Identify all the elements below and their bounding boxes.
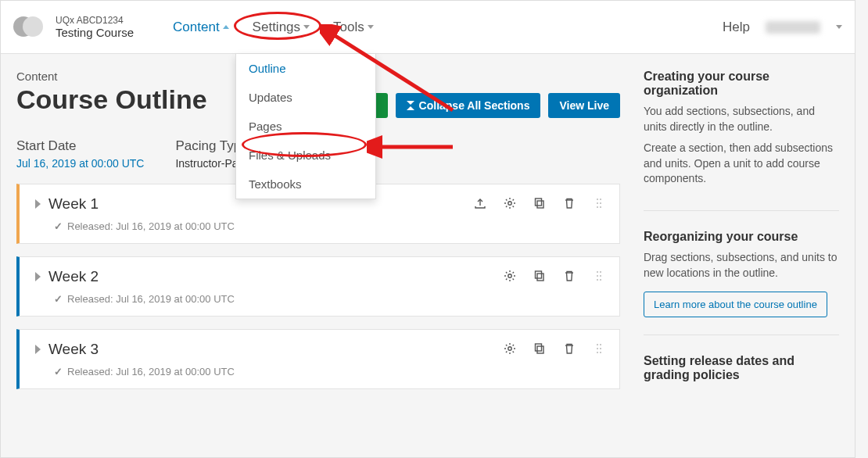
svg-point-20: [508, 346, 511, 349]
nav-tools-label: Tools: [333, 20, 364, 35]
drag-handle-icon[interactable]: [593, 197, 605, 212]
svg-rect-22: [536, 344, 542, 351]
released-row: Released: Jul 16, 2019 at 00:00 UTC: [54, 366, 605, 377]
copy-icon[interactable]: [533, 342, 546, 357]
collapse-label: Collapse All Sections: [419, 99, 530, 112]
dropdown-files-uploads[interactable]: Files & Uploads: [236, 141, 375, 170]
section-title[interactable]: Week 2: [48, 268, 496, 285]
chevron-down-icon: [368, 25, 374, 29]
expand-icon[interactable]: [35, 345, 41, 354]
app-viewport: UQx ABCD1234 Testing Course Content Sett…: [0, 0, 855, 458]
collapse-all-button[interactable]: Collapse All Sections: [396, 93, 541, 118]
side-block-creating: Creating your course organization You ad…: [644, 70, 839, 211]
released-text: Released: Jul 16, 2019 at 00:00 UTC: [67, 293, 235, 305]
svg-point-18: [597, 279, 598, 281]
trash-icon[interactable]: [563, 342, 576, 357]
svg-rect-12: [537, 274, 543, 281]
chevron-down-icon: [303, 25, 310, 29]
section-card: Week 2 Released: Jul 16, 2019 at 00:00 U…: [16, 256, 620, 317]
help-sidebar: Creating your course organization You ad…: [644, 70, 839, 424]
content-dropdown: Outline Updates Pages Files & Uploads Te…: [235, 54, 376, 199]
side-title-reorg: Reorganizing your course: [644, 230, 839, 244]
svg-point-11: [508, 274, 511, 277]
nav-settings-label: Settings: [253, 20, 300, 35]
side-block-reorganizing: Reorganizing your course Drag sections, …: [644, 230, 839, 335]
right-nav: Help: [723, 20, 842, 35]
check-icon: [54, 220, 63, 232]
svg-point-17: [600, 275, 601, 277]
view-live-button[interactable]: View Live: [548, 93, 620, 118]
svg-point-28: [600, 352, 601, 353]
check-icon: [54, 366, 63, 377]
upload-icon[interactable]: [474, 197, 486, 212]
svg-point-23: [597, 344, 598, 345]
view-live-label: View Live: [559, 99, 609, 112]
dropdown-textbooks[interactable]: Textbooks: [236, 170, 375, 199]
svg-point-9: [597, 206, 598, 208]
svg-rect-3: [537, 201, 543, 208]
page-title: Course Outline: [16, 84, 207, 115]
nav-settings[interactable]: Settings: [253, 20, 310, 35]
dropdown-updates[interactable]: Updates: [236, 83, 375, 112]
meta-start-date: Start Date Jul 16, 2019 at 00:00 UTC: [16, 138, 144, 170]
trash-icon[interactable]: [563, 197, 576, 212]
nav-tools[interactable]: Tools: [333, 20, 374, 35]
dropdown-outline[interactable]: Outline: [236, 54, 375, 83]
chevron-down-icon: [836, 25, 842, 29]
expand-icon[interactable]: [35, 199, 41, 209]
svg-point-7: [597, 202, 598, 204]
copy-icon[interactable]: [533, 197, 546, 212]
side-text: Drag sections, subsections, and units to…: [644, 250, 839, 281]
trash-icon[interactable]: [563, 270, 576, 284]
drag-handle-icon[interactable]: [593, 270, 605, 284]
expand-icon[interactable]: [35, 272, 41, 281]
learn-more-link[interactable]: Learn more about the course outline: [644, 292, 827, 317]
section-card: Week 3 Released: Jul 16, 2019 at 00:00 U…: [16, 329, 620, 389]
svg-point-26: [600, 348, 601, 349]
chevron-up-icon: [223, 25, 229, 29]
start-date-label: Start Date: [16, 138, 144, 154]
drag-handle-icon[interactable]: [593, 342, 605, 357]
course-id: UQx ABCD1234: [56, 15, 134, 26]
side-block-release: Setting release dates and grading polici…: [644, 354, 839, 406]
svg-rect-21: [537, 346, 543, 353]
gear-icon[interactable]: [504, 342, 516, 357]
side-text: Create a section, then add subsections a…: [644, 141, 839, 187]
gear-icon[interactable]: [504, 270, 516, 284]
svg-rect-4: [536, 199, 542, 206]
svg-point-10: [600, 206, 601, 208]
gear-icon[interactable]: [504, 197, 516, 212]
start-date-value[interactable]: Jul 16, 2019 at 00:00 UTC: [16, 157, 144, 170]
section-title[interactable]: Week 3: [48, 341, 496, 358]
side-title-release: Setting release dates and grading polici…: [644, 354, 839, 382]
side-text: You add sections, subsections, and units…: [644, 104, 839, 134]
course-name: Testing Course: [56, 26, 134, 39]
svg-point-25: [597, 348, 598, 349]
topbar: UQx ABCD1234 Testing Course Content Sett…: [1, 1, 855, 54]
svg-point-6: [600, 199, 601, 200]
nav-content-label: Content: [173, 20, 220, 35]
sections-list: Week 1 Released: Jul 16, 2019 at 00:00 U…: [16, 184, 620, 389]
svg-point-2: [508, 201, 511, 204]
help-link[interactable]: Help: [723, 20, 750, 35]
check-icon: [54, 293, 63, 305]
logo: [13, 16, 45, 38]
user-menu[interactable]: [766, 21, 820, 34]
released-text: Released: Jul 16, 2019 at 00:00 UTC: [67, 220, 235, 232]
released-row: Released: Jul 16, 2019 at 00:00 UTC: [54, 293, 605, 305]
collapse-icon: [407, 101, 414, 110]
main-nav: Content Settings Tools: [173, 20, 374, 35]
svg-point-24: [600, 344, 601, 345]
svg-point-27: [597, 352, 598, 353]
dropdown-pages[interactable]: Pages: [236, 112, 375, 141]
copy-icon[interactable]: [533, 270, 546, 284]
svg-point-8: [600, 202, 601, 204]
released-row: Released: Jul 16, 2019 at 00:00 UTC: [54, 220, 605, 232]
svg-point-19: [600, 279, 601, 281]
nav-content[interactable]: Content: [173, 20, 229, 35]
svg-point-16: [597, 275, 598, 277]
svg-point-14: [597, 271, 598, 273]
breadcrumb: Content: [16, 70, 207, 83]
main-area: Content Course Outline New Section Colla…: [1, 54, 855, 440]
side-title-creating: Creating your course organization: [644, 70, 839, 98]
